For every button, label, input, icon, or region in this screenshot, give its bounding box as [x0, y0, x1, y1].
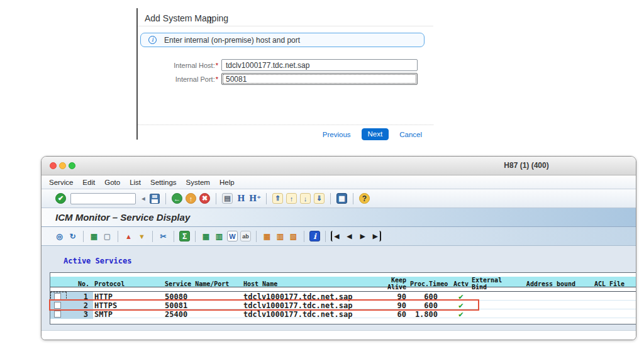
col-header-proc-timeout: Proc.Timeo — [410, 280, 452, 287]
previous-page-icon[interactable]: ↑ — [286, 193, 297, 204]
sum-icon[interactable]: Σ — [179, 231, 190, 241]
col-header-service-port: Service Name/Port — [164, 280, 242, 287]
internal-port-label: Internal Port:* — [138, 75, 218, 83]
find-next-icon[interactable]: H⁺ — [250, 193, 260, 204]
excel-export-icon[interactable]: ▦ — [201, 231, 211, 241]
word-processing-icon[interactable]: W — [227, 231, 238, 241]
table-header-row: No. Protocol Service Name/Port Host Name… — [50, 277, 636, 287]
choose-detail-icon[interactable]: ◎ — [54, 231, 65, 241]
status-bar — [42, 330, 636, 340]
toolbar-separator — [216, 193, 216, 204]
required-asterisk: * — [216, 62, 218, 69]
command-dropdown-icon[interactable]: ◂ — [140, 193, 147, 204]
freeze-column-icon[interactable]: ▧ — [288, 231, 299, 241]
window-titlebar: H87 (1) (400) — [42, 157, 636, 175]
help-icon[interactable]: ? — [359, 193, 370, 204]
internal-port-field[interactable] — [221, 73, 418, 85]
filter-icon[interactable]: ▼ — [136, 231, 147, 241]
service-port-cell: 50080 — [164, 292, 242, 301]
scroll-first-icon[interactable]: ◀ — [331, 231, 341, 241]
active-check-icon: ✔ — [452, 292, 470, 301]
find-icon[interactable]: H — [236, 193, 247, 204]
table-row[interactable]: 3 SMTP 25400 tdclv1000177.tdc.net.sap 60… — [50, 309, 636, 318]
menu-edit[interactable]: Edit — [82, 179, 95, 186]
host-cell: tdclv1000177.tdc.net.sap — [242, 310, 371, 319]
keep-alive-cell: 60 — [371, 310, 410, 319]
table-view-icon[interactable]: ▦ — [262, 231, 272, 241]
next-button[interactable]: Next — [362, 128, 389, 140]
menu-goto[interactable]: Goto — [104, 179, 120, 186]
close-window-icon[interactable] — [50, 162, 57, 169]
scissors-icon[interactable]: ✂ — [158, 231, 169, 241]
next-page-icon[interactable]: ↓ — [300, 193, 311, 204]
keep-alive-cell: 90 — [371, 292, 410, 301]
row-checkbox-cell — [50, 292, 67, 301]
col-header-address-bound: Address bound — [519, 280, 582, 287]
previous-button[interactable]: Previous — [323, 131, 351, 138]
last-page-icon[interactable]: ⇓ — [314, 193, 325, 204]
new-session-icon[interactable]: ▦ — [336, 193, 347, 204]
row-number: 1 — [67, 292, 93, 301]
info-message-strip: i Enter internal (on-premise) host and p… — [140, 33, 425, 47]
command-field[interactable] — [70, 193, 136, 204]
menu-help[interactable]: Help — [219, 179, 235, 186]
text-cursor-icon: I — [209, 16, 212, 25]
internal-port-row: Internal Port:* — [138, 73, 418, 85]
row-checkbox[interactable] — [54, 311, 61, 318]
row-checkbox[interactable] — [54, 293, 61, 300]
row-checkbox[interactable] — [54, 302, 61, 309]
internal-host-label: Internal Host:* — [138, 62, 218, 69]
col-header-acl-file: ACL File — [582, 280, 636, 287]
service-port-cell: 50081 — [164, 301, 242, 310]
back-icon[interactable]: ← — [172, 193, 182, 204]
menu-system[interactable]: System — [186, 179, 210, 186]
first-page-icon[interactable]: ⇑ — [272, 193, 283, 204]
enter-icon[interactable]: ✔ — [55, 193, 66, 204]
table-row[interactable]: 1 HTTP 50080 tdclv1000177.tdc.net.sap 90… — [50, 292, 636, 301]
toolbar-separator — [195, 231, 196, 242]
cancel-button[interactable]: Cancel — [399, 131, 422, 138]
local-file-icon[interactable]: ▥ — [214, 231, 225, 241]
scroll-right-icon[interactable]: ▶ — [357, 231, 368, 241]
proc-timeout-cell: 600 — [410, 301, 452, 310]
sap-gui-window: H87 (1) (400) Service Edit Goto List Set… — [41, 156, 636, 340]
info-icon[interactable]: i — [309, 231, 320, 241]
internal-host-row: Internal Host:* — [138, 59, 418, 71]
info-message: Enter internal (on-premise) host and por… — [164, 36, 300, 45]
table-row-highlighted[interactable]: 2 HTTPS 50081 tdclv1000177.tdc.net.sap 9… — [50, 301, 636, 309]
menu-service[interactable]: Service — [49, 179, 73, 186]
save-icon[interactable] — [150, 194, 160, 204]
row-number: 3 — [67, 309, 93, 319]
spreadsheet-icon[interactable]: ▦ — [89, 231, 99, 241]
refresh-icon[interactable]: ↻ — [67, 231, 78, 241]
minimize-window-icon[interactable] — [59, 162, 66, 169]
active-check-icon: ✔ — [452, 309, 470, 319]
col-header-actv: Actv — [452, 280, 470, 287]
print-icon[interactable]: ▤ — [222, 193, 233, 204]
toolbar-separator — [325, 231, 326, 242]
scroll-left-icon[interactable]: ◀ — [344, 231, 355, 241]
service-port-cell: 25400 — [164, 310, 242, 319]
insert-column-icon[interactable]: ▥ — [275, 231, 286, 241]
cancel-transaction-icon[interactable]: ✖ — [199, 193, 210, 204]
col-header-protocol: Protocol — [93, 280, 164, 287]
toolbar-separator — [256, 231, 257, 242]
list-content-area: Active Services No. Protocol Service Nam… — [42, 246, 636, 330]
window-title: H87 (1) (400) — [464, 161, 589, 170]
standard-toolbar: ✔ ◂ ← ↑ ✖ ▤ H H⁺ ⇑ ↑ ↓ ⇓ ▦ ? — [42, 189, 636, 208]
internal-host-field[interactable] — [221, 59, 418, 71]
host-cell: tdclv1000177.tdc.net.sap — [242, 301, 371, 310]
abc-search-icon[interactable]: ab — [240, 231, 251, 241]
menu-list[interactable]: List — [130, 179, 141, 186]
zoom-window-icon[interactable] — [69, 162, 75, 169]
application-title: ICM Monitor – Service Display — [55, 212, 190, 223]
application-toolbar: ◎ ↻ ▦ ▢ ▲ ▼ ✂ Σ ▦ ▥ W ab ▦ ▥ ▧ i ◀ ◀ ▶ ▶ — [42, 227, 636, 246]
sort-ascending-icon[interactable]: ▲ — [123, 231, 134, 241]
exit-icon[interactable]: ↑ — [186, 193, 196, 204]
menu-settings[interactable]: Settings — [150, 179, 177, 186]
document-icon[interactable]: ▢ — [102, 231, 113, 241]
scroll-last-icon[interactable]: ▶ — [370, 231, 381, 241]
toolbar-separator — [330, 193, 331, 204]
info-icon: i — [148, 36, 157, 44]
toolbar-separator — [304, 231, 304, 242]
